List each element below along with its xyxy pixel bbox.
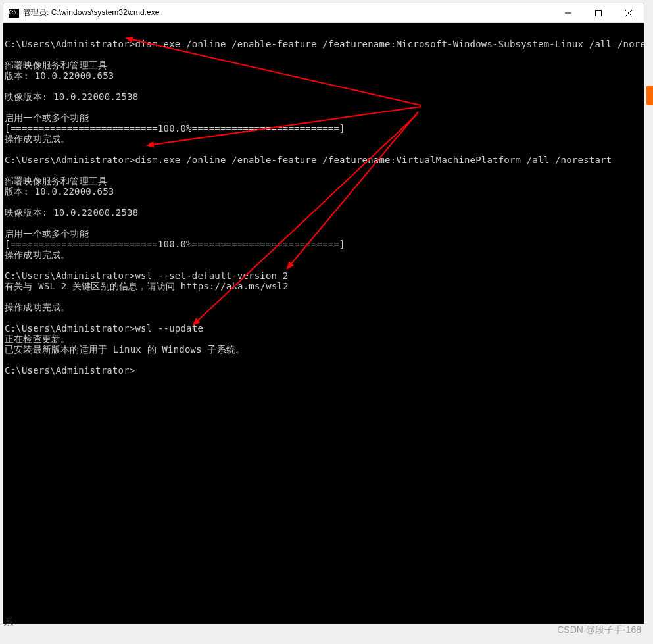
side-tab-indicator (646, 86, 653, 105)
watermark: CSDN @段子手-168 (557, 624, 641, 636)
terminal-line: 映像版本: 10.0.22000.2538 (3, 91, 644, 102)
terminal-line: C:\Users\Administrator>dism.exe /online … (3, 39, 644, 49)
terminal-line (3, 81, 644, 91)
terminal-line (3, 165, 644, 176)
terminal-line: 操作成功完成。 (3, 134, 644, 144)
window-title: 管理员: C:\windows\system32\cmd.exe (23, 7, 553, 18)
terminal-line (3, 102, 644, 112)
terminal-line: 映像版本: 10.0.22000.2538 (3, 207, 644, 218)
terminal-line: 启用一个或多个功能 (3, 228, 644, 239)
terminal-line (3, 218, 644, 228)
terminal-line (3, 260, 644, 270)
terminal-line (3, 28, 644, 39)
terminal-line: 正在检查更新。 (3, 334, 644, 344)
maximize-button[interactable] (583, 3, 614, 23)
terminal-line: 启用一个或多个功能 (3, 112, 644, 123)
terminal-line: 版本: 10.0.22000.653 (3, 186, 644, 197)
terminal-line: 操作成功完成。 (3, 249, 644, 260)
terminal-line: [==========================100.0%=======… (3, 123, 644, 134)
side-text: 系 (4, 616, 13, 628)
titlebar[interactable]: C:\. 管理员: C:\windows\system32\cmd.exe (3, 3, 644, 23)
terminal-line: C:\Users\Administrator>wsl --update (3, 323, 644, 334)
close-button[interactable] (614, 3, 644, 23)
terminal-line (3, 355, 644, 365)
terminal-line: 已安装最新版本的适用于 Linux 的 Windows 子系统。 (3, 344, 644, 355)
svg-rect-1 (596, 10, 602, 16)
terminal-line (3, 144, 644, 155)
terminal-output[interactable]: C:\Users\Administrator>dism.exe /online … (3, 23, 644, 624)
terminal-line: C:\Users\Administrator>wsl --set-default… (3, 270, 644, 281)
terminal-line: 部署映像服务和管理工具 (3, 176, 644, 186)
cmd-window: C:\. 管理员: C:\windows\system32\cmd.exe C:… (3, 3, 644, 624)
terminal-line: 有关与 WSL 2 关键区别的信息，请访问 https://aka.ms/wsl… (3, 281, 644, 291)
terminal-line: 版本: 10.0.22000.653 (3, 70, 644, 81)
terminal-line: C:\Users\Administrator> (3, 365, 644, 376)
terminal-line: C:\Users\Administrator>dism.exe /online … (3, 155, 644, 165)
terminal-line: 操作成功完成。 (3, 302, 644, 312)
cmd-icon: C:\. (9, 9, 19, 18)
terminal-line (3, 291, 644, 302)
terminal-line (3, 197, 644, 207)
minimize-button[interactable] (553, 3, 583, 23)
terminal-line: [==========================100.0%=======… (3, 239, 644, 249)
terminal-line (3, 312, 644, 323)
terminal-line (3, 49, 644, 60)
terminal-line: 部署映像服务和管理工具 (3, 60, 644, 70)
